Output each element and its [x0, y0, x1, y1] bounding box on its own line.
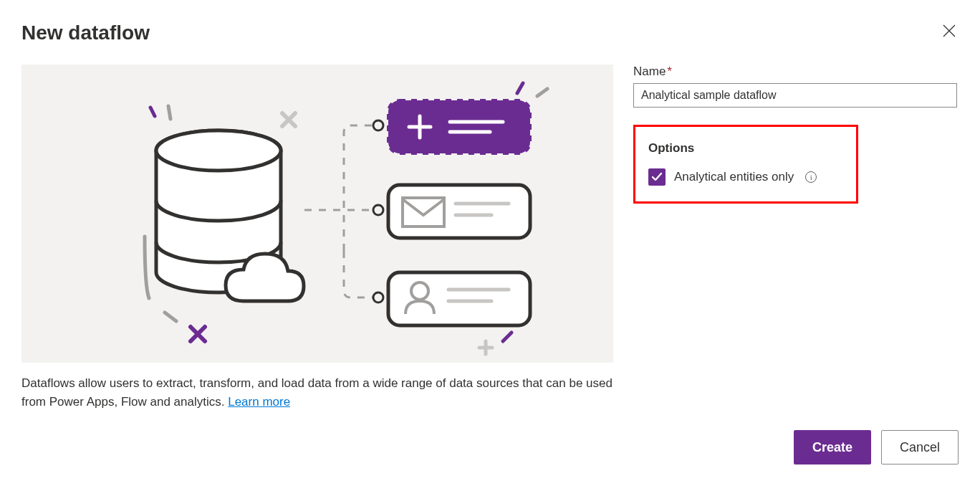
svg-point-13 — [156, 130, 281, 171]
new-dataflow-dialog: New dataflow — [0, 0, 980, 432]
info-icon[interactable]: i — [805, 171, 817, 183]
svg-line-14 — [165, 313, 176, 321]
options-title: Options — [648, 141, 843, 156]
close-icon — [943, 24, 956, 37]
analytical-checkbox-label: Analytical entities only — [674, 170, 794, 184]
dataflow-description: Dataflows allow users to extract, transf… — [21, 374, 613, 411]
name-label-text: Name — [633, 65, 666, 78]
left-column: Dataflows allow users to extract, transf… — [21, 65, 613, 411]
svg-line-2 — [150, 108, 155, 116]
dialog-title: New dataflow — [21, 22, 150, 44]
dialog-content: Dataflows allow users to extract, transf… — [21, 65, 959, 411]
options-section: Options Analytical entities only i — [633, 125, 858, 204]
name-input[interactable] — [633, 83, 957, 108]
svg-point-11 — [373, 292, 383, 302]
right-column: Name* Options Analytical entities only i — [633, 65, 959, 411]
svg-point-10 — [373, 205, 383, 215]
svg-line-7 — [537, 89, 547, 96]
dialog-footer: Create Cancel — [794, 430, 959, 464]
svg-line-30 — [503, 333, 511, 341]
dataflow-illustration — [21, 65, 613, 363]
cancel-button[interactable]: Cancel — [881, 430, 959, 464]
description-text: Dataflows allow users to extract, transf… — [21, 376, 612, 409]
analytical-checkbox[interactable] — [648, 168, 666, 186]
svg-line-3 — [168, 106, 170, 119]
svg-rect-26 — [388, 272, 530, 325]
check-icon — [651, 172, 663, 182]
analytical-checkbox-row: Analytical entities only i — [648, 168, 843, 186]
name-field-label: Name* — [633, 65, 959, 79]
required-asterisk: * — [667, 65, 672, 78]
create-button[interactable]: Create — [794, 430, 871, 464]
svg-point-9 — [373, 120, 383, 130]
dialog-header: New dataflow — [21, 22, 959, 44]
svg-line-6 — [517, 83, 523, 93]
learn-more-link[interactable]: Learn more — [228, 395, 290, 409]
svg-rect-22 — [388, 185, 530, 238]
close-button[interactable] — [940, 22, 959, 43]
